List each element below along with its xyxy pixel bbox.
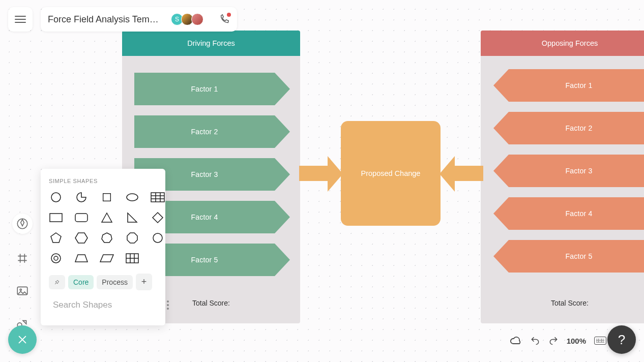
svg-point-2 bbox=[20, 289, 21, 290]
tab-add[interactable]: + bbox=[136, 274, 152, 290]
hamburger-icon bbox=[15, 16, 26, 23]
status-controls: 100% bbox=[510, 335, 606, 347]
opposing-factor-5[interactable]: Factor 5 bbox=[509, 240, 644, 273]
shapes-tool[interactable] bbox=[12, 214, 33, 234]
shape-rounded-rect[interactable] bbox=[74, 212, 89, 224]
shape-parallelogram[interactable] bbox=[100, 252, 114, 264]
driving-factor-2[interactable]: Factor 2 bbox=[134, 115, 275, 148]
shape-rect[interactable] bbox=[49, 212, 63, 224]
proposed-change-box[interactable]: Proposed Change bbox=[341, 121, 441, 226]
shapes-panel: SIMPLE SHAPES Core Process + bbox=[41, 169, 165, 325]
redo-button[interactable] bbox=[548, 336, 559, 346]
frame-tool[interactable] bbox=[14, 250, 31, 266]
svg-point-0 bbox=[17, 219, 27, 229]
svg-point-10 bbox=[153, 233, 162, 243]
opposing-factor-2[interactable]: Factor 2 bbox=[509, 112, 644, 144]
opposing-factor-1[interactable]: Factor 1 bbox=[509, 69, 644, 102]
shape-trapezoid[interactable] bbox=[74, 252, 89, 264]
shape-triangle[interactable] bbox=[100, 212, 114, 224]
shape-diamond[interactable] bbox=[151, 212, 165, 224]
shape-circle[interactable] bbox=[49, 191, 63, 203]
zoom-level[interactable]: 100% bbox=[567, 337, 586, 345]
tab-core[interactable]: Core bbox=[68, 275, 94, 289]
call-badge bbox=[227, 13, 231, 17]
call-button[interactable] bbox=[219, 14, 230, 25]
title-bar: Force Field Analysis Templ... S bbox=[41, 7, 237, 32]
svg-point-6 bbox=[127, 194, 138, 201]
opposing-factor-3[interactable]: Factor 3 bbox=[509, 155, 644, 187]
opposing-total: Total Score: bbox=[481, 299, 644, 307]
svg-rect-9 bbox=[75, 214, 87, 222]
keyboard-shortcuts-button[interactable] bbox=[594, 337, 606, 345]
arrow-right-stem bbox=[454, 166, 483, 181]
help-button[interactable]: ? bbox=[607, 325, 636, 354]
arrow-right-head bbox=[440, 156, 455, 192]
collaborators: S bbox=[171, 13, 203, 25]
shape-octagon[interactable] bbox=[125, 232, 139, 244]
undo-button[interactable] bbox=[530, 336, 540, 346]
shape-ring[interactable] bbox=[49, 252, 63, 264]
shape-hexagon[interactable] bbox=[74, 232, 89, 244]
shapes-panel-header: SIMPLE SHAPES bbox=[49, 178, 157, 184]
shape-square[interactable] bbox=[100, 191, 114, 203]
shape-pentagon[interactable] bbox=[49, 232, 63, 244]
opposing-header: Opposing Forces bbox=[481, 31, 644, 56]
svg-rect-5 bbox=[103, 194, 111, 201]
shape-table[interactable] bbox=[151, 191, 165, 203]
svg-rect-7 bbox=[151, 193, 164, 202]
driving-factor-1[interactable]: Factor 1 bbox=[134, 73, 275, 105]
shape-pie[interactable] bbox=[74, 191, 89, 203]
svg-point-12 bbox=[54, 256, 58, 260]
cloud-sync-icon[interactable] bbox=[510, 335, 522, 347]
tab-process[interactable]: Process bbox=[97, 275, 133, 289]
svg-point-11 bbox=[51, 254, 61, 263]
shape-circle2[interactable] bbox=[151, 232, 165, 244]
shape-heptagon[interactable] bbox=[100, 232, 114, 244]
pin-tab[interactable] bbox=[49, 275, 65, 289]
opposing-factor-4[interactable]: Factor 4 bbox=[509, 197, 644, 230]
shape-ellipse[interactable] bbox=[125, 191, 139, 203]
shape-right-triangle[interactable] bbox=[125, 212, 139, 224]
driving-header: Driving Forces bbox=[122, 31, 300, 56]
shape-grid[interactable] bbox=[125, 252, 139, 264]
svg-point-4 bbox=[51, 193, 61, 202]
image-tool[interactable] bbox=[14, 283, 31, 299]
close-panel-button[interactable] bbox=[8, 325, 37, 354]
svg-rect-8 bbox=[50, 214, 62, 222]
menu-button[interactable] bbox=[8, 7, 33, 32]
shapes-more-button[interactable] bbox=[165, 298, 171, 312]
arrow-left-stem bbox=[299, 166, 329, 181]
document-title[interactable]: Force Field Analysis Templ... bbox=[48, 14, 161, 25]
avatar-3[interactable] bbox=[191, 13, 203, 25]
search-shapes-input[interactable] bbox=[53, 300, 161, 310]
